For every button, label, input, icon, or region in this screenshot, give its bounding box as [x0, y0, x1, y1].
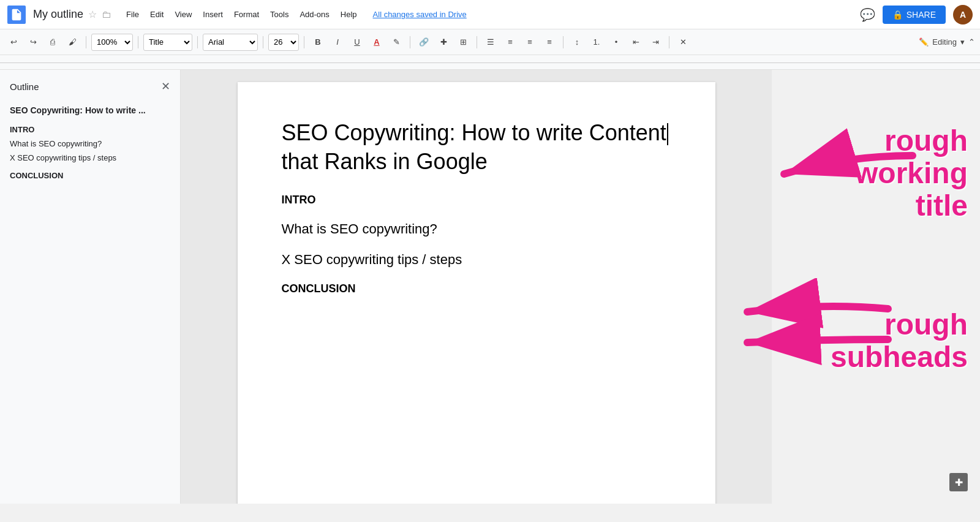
outline-header: Outline ✕: [10, 80, 170, 93]
fontsize-select[interactable]: 26: [268, 34, 299, 51]
star-icon[interactable]: ☆: [88, 9, 97, 20]
menu-file[interactable]: File: [121, 7, 144, 21]
annotation-rough-subheads: rough subheads: [831, 309, 968, 374]
share-lock-icon: 🔒: [892, 10, 903, 20]
outline-item-steps[interactable]: X SEO copywriting tips / steps: [10, 151, 170, 165]
document-title[interactable]: SEO Copywriting: How to write Content th…: [282, 119, 671, 176]
outline-title: Outline: [10, 81, 39, 92]
line-spacing-button[interactable]: ↕: [568, 34, 586, 51]
highlight-button[interactable]: ✎: [388, 34, 405, 51]
underline-button[interactable]: U: [349, 34, 366, 51]
annotation-rough-title: rough working title: [855, 125, 968, 222]
separator-6: [410, 36, 410, 48]
title-part2: Content: [589, 120, 666, 145]
text-color-button[interactable]: A: [368, 34, 385, 51]
image-button[interactable]: ⊞: [454, 34, 472, 51]
document-area[interactable]: SEO Copywriting: How to write Content th…: [181, 70, 772, 504]
bold-button[interactable]: B: [309, 34, 326, 51]
doc-title: My outline: [33, 8, 83, 21]
separator-3: [197, 36, 198, 48]
editing-dropdown-icon[interactable]: ▾: [960, 37, 965, 47]
menu-view[interactable]: View: [170, 7, 197, 21]
numbered-list-button[interactable]: 1.: [588, 34, 605, 51]
title-icons: ☆ 🗀: [88, 9, 111, 20]
indent-more-button[interactable]: ⇥: [647, 34, 664, 51]
collapse-toolbar-icon[interactable]: ⌃: [968, 37, 975, 47]
align-justify-button[interactable]: ≡: [541, 34, 558, 51]
separator-7: [477, 36, 477, 48]
share-label: SHARE: [907, 10, 936, 20]
indent-less-button[interactable]: ⇤: [627, 34, 644, 51]
doc-icon: [7, 6, 26, 24]
separator-1: [86, 36, 86, 48]
link-button[interactable]: 🔗: [415, 34, 432, 51]
menu-help[interactable]: Help: [336, 7, 362, 21]
folder-icon[interactable]: 🗀: [102, 9, 111, 20]
outline-item-what[interactable]: What is SEO copywriting?: [10, 137, 170, 151]
separator-9: [669, 36, 669, 48]
separator-4: [263, 36, 263, 48]
title-part1: SEO Copywriting: How to write: [282, 120, 589, 145]
text-cursor: [667, 123, 668, 145]
editing-label: Editing: [932, 37, 957, 47]
document-heading-what[interactable]: What is SEO copywriting?: [282, 221, 671, 237]
align-right-button[interactable]: ≡: [521, 34, 538, 51]
insert-button[interactable]: ✚: [435, 34, 452, 51]
redo-button[interactable]: ↪: [24, 34, 42, 51]
menu-insert[interactable]: Insert: [198, 7, 228, 21]
ruler: [0, 55, 980, 70]
main-area: Outline ✕ SEO Copywriting: How to write …: [0, 70, 980, 504]
menu-addons[interactable]: Add-ons: [295, 7, 334, 21]
bullet-list-button[interactable]: •: [608, 34, 625, 51]
outline-close-button[interactable]: ✕: [161, 80, 170, 93]
align-center-button[interactable]: ≡: [502, 34, 519, 51]
pencil-icon: ✏️: [919, 37, 929, 47]
document-heading-conclusion[interactable]: CONCLUSION: [282, 282, 671, 295]
share-button[interactable]: 🔒 SHARE: [883, 6, 946, 24]
toolbar: ↩ ↪ ⎙ 🖌 100% Title Arial 26 B I U A ✎ 🔗 …: [0, 29, 980, 55]
menu-edit[interactable]: Edit: [145, 7, 168, 21]
document-page[interactable]: SEO Copywriting: How to write Content th…: [238, 82, 715, 504]
outline-item-intro[interactable]: INTRO: [10, 123, 170, 137]
title-part3: that Ranks in Google: [282, 149, 488, 174]
outline-item-conclusion[interactable]: CONCLUSION: [10, 168, 170, 183]
right-actions: 💬 🔒 SHARE A: [860, 5, 973, 25]
saved-message: All changes saved in Drive: [368, 7, 472, 21]
annotation-area: rough working title rough subheads: [772, 70, 980, 504]
outline-item-title[interactable]: SEO Copywriting: How to write ...: [10, 103, 170, 118]
zoom-select[interactable]: 100%: [91, 34, 133, 51]
document-heading-steps[interactable]: X SEO copywriting tips / steps: [282, 252, 671, 268]
undo-button[interactable]: ↩: [5, 34, 22, 51]
style-select[interactable]: Title: [143, 34, 192, 51]
paintformat-button[interactable]: 🖌: [64, 34, 81, 51]
avatar[interactable]: A: [953, 5, 973, 25]
comment-icon[interactable]: 💬: [860, 7, 875, 22]
font-select[interactable]: Arial: [203, 34, 258, 51]
editing-mode: ✏️ Editing ▾ ⌃: [919, 37, 975, 47]
align-left-button[interactable]: ☰: [482, 34, 499, 51]
menu-tools[interactable]: Tools: [265, 7, 293, 21]
separator-2: [138, 36, 138, 48]
outline-panel: Outline ✕ SEO Copywriting: How to write …: [0, 70, 181, 504]
print-button[interactable]: ⎙: [44, 34, 61, 51]
scroll-to-bottom-button[interactable]: ✚: [949, 473, 968, 491]
document-heading-intro[interactable]: INTRO: [282, 194, 671, 206]
menu-format[interactable]: Format: [229, 7, 264, 21]
separator-5: [304, 36, 304, 48]
ruler-line: [0, 62, 980, 63]
clear-format-button[interactable]: ✕: [674, 34, 692, 51]
separator-8: [563, 36, 564, 48]
italic-button[interactable]: I: [329, 34, 346, 51]
top-bar: My outline ☆ 🗀 File Edit View Insert For…: [0, 0, 980, 29]
